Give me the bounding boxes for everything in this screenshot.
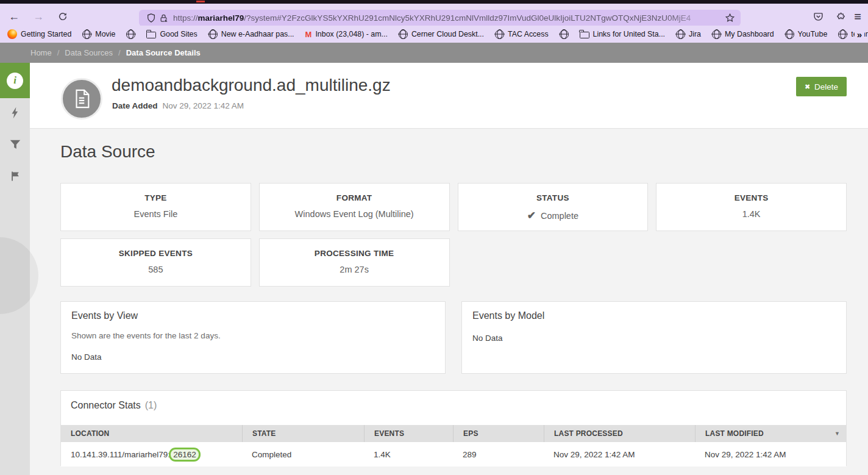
card-status: STATUS ✔ Complete <box>458 183 649 231</box>
card-label: STATUS <box>458 193 648 202</box>
page-title: demoandbackground.ad_multiline.gz <box>112 76 391 95</box>
screen: ← → https://mariarhel79/?system#Y2FzcGlk… <box>0 0 868 475</box>
card-label: FORMAT <box>260 193 449 202</box>
breadcrumb-data-sources[interactable]: Data Sources <box>65 48 113 57</box>
back-button[interactable]: ← <box>6 9 22 24</box>
no-data-text: No Data <box>71 352 102 362</box>
check-icon: ✔ <box>527 209 536 222</box>
card-processing-time: PROCESSING TIME 2m 27s <box>259 238 450 287</box>
lock-warning-icon[interactable] <box>157 12 170 24</box>
card-format: FORMAT Windows Event Log (Multiline) <box>259 183 450 231</box>
menu-hamburger-icon[interactable]: ≡ <box>850 9 865 24</box>
bookmark-my-dashboard[interactable]: My Dashboard <box>712 30 774 39</box>
reload-button[interactable] <box>55 9 71 24</box>
status-text: Complete <box>541 211 578 221</box>
card-label: SKIPPED EVENTS <box>61 249 251 258</box>
window-top-strip <box>0 0 868 4</box>
url-path: /?system#Y2FzcGlkYS5kYXRhU291cmNlcy5kYXR… <box>244 13 691 23</box>
bookmark-folder-good-sites[interactable]: Good Sites <box>146 30 197 38</box>
breadcrumb-current: Data Source Details <box>126 48 201 57</box>
collapse-panel-button[interactable]: ← <box>0 237 38 314</box>
card-value: 2m 27s <box>260 265 449 274</box>
sort-caret-icon[interactable]: ▼ <box>834 430 840 437</box>
connector-stats-count: (1) <box>145 400 157 411</box>
cell-last-processed: Nov 29, 2022 1:42 AM <box>544 450 695 459</box>
bookmark-movie[interactable]: Movie <box>82 30 115 39</box>
url-bar[interactable]: https://mariarhel79/?system#Y2FzcGlkYS5k… <box>139 10 741 26</box>
globe-icon <box>126 30 135 39</box>
table-row: 10.141.39.111/mariarhel79:26162 Complete… <box>61 442 846 466</box>
browser-toolbar: ← → https://mariarhel79/?system#Y2FzcGlk… <box>0 4 868 26</box>
cell-state: Completed <box>242 450 364 459</box>
date-added-row: Date Added Nov 29, 2022 1:42 AM <box>112 101 244 110</box>
bookmark-label: New e-Aadhaar pas... <box>221 30 294 38</box>
card-skipped-events: SKIPPED EVENTS 585 <box>60 238 251 287</box>
bookmark-label: Cerner Cloud Deskt... <box>411 30 484 38</box>
globe-icon <box>838 30 847 39</box>
pocket-icon[interactable] <box>811 9 825 24</box>
flag-icon <box>9 170 21 183</box>
card-label: EVENTS <box>656 193 846 202</box>
bookmark-inbox[interactable]: M Inbox (23,048) - am... <box>305 30 388 39</box>
sidebar-item-flag[interactable] <box>0 170 30 183</box>
breadcrumb-home[interactable]: Home <box>30 48 52 57</box>
connector-stats-title: Connector Stats (1) <box>71 400 157 411</box>
bookmark-star-icon[interactable] <box>725 13 735 23</box>
column-header-label: LAST MODIFIED <box>705 429 764 438</box>
globe-icon <box>399 30 408 39</box>
folder-icon <box>146 32 156 38</box>
connector-stats-panel: Connector Stats (1) LOCATION STATE EVENT… <box>60 390 847 466</box>
bookmark-getting-started[interactable]: Getting Started <box>7 29 71 39</box>
breadcrumb-separator: / <box>118 48 121 57</box>
stat-cards-row-2: SKIPPED EVENTS 585 PROCESSING TIME 2m 27… <box>60 238 847 287</box>
sidebar-item-filter[interactable] <box>0 138 30 151</box>
bookmark-unnamed-1[interactable] <box>126 30 135 39</box>
panel-title: Events by Model <box>472 310 544 321</box>
globe-icon <box>712 30 721 39</box>
card-value: Events File <box>61 209 251 219</box>
delete-button[interactable]: ✖ Delete <box>796 77 847 96</box>
cell-eps: 289 <box>453 450 544 459</box>
bookmarks-overflow-chevron[interactable]: » <box>855 26 864 43</box>
extensions-puzzle-icon[interactable] <box>833 9 847 24</box>
globe-icon <box>785 30 794 39</box>
column-header-location[interactable]: LOCATION <box>61 425 242 442</box>
card-label: TYPE <box>61 193 251 202</box>
sidebar-item-info-active[interactable]: i <box>0 63 30 98</box>
bookmark-label: Movie <box>95 30 115 38</box>
forward-button[interactable]: → <box>30 9 46 24</box>
column-header-eps[interactable]: EPS <box>453 425 544 442</box>
column-header-last-modified[interactable]: LAST MODIFIED ▼ <box>695 425 846 442</box>
globe-icon <box>495 30 504 39</box>
bookmark-label: Inbox (23,048) - am... <box>315 30 387 38</box>
url-scheme: https:// <box>173 13 198 23</box>
card-events: EVENTS 1.4K <box>656 183 847 231</box>
panel-title: Events by View <box>71 310 138 321</box>
column-header-state[interactable]: STATE <box>242 425 364 442</box>
url-text: https://mariarhel79/?system#Y2FzcGlkYS5k… <box>173 13 721 23</box>
card-value: ✔ Complete <box>458 209 648 222</box>
column-header-last-processed[interactable]: LAST PROCESSED <box>544 425 695 442</box>
data-source-avatar <box>61 78 102 120</box>
gmail-icon: M <box>305 30 312 39</box>
shield-icon[interactable] <box>144 12 157 24</box>
breadcrumb-separator: / <box>57 48 60 57</box>
bookmark-label: YouTube <box>798 30 828 38</box>
location-host: 10.141.39.111/mariarhel79: <box>71 450 170 459</box>
bookmark-unnamed-2[interactable] <box>560 30 569 39</box>
bookmark-youtube[interactable]: YouTube <box>785 30 828 39</box>
bookmark-aadhaar[interactable]: New e-Aadhaar pas... <box>208 30 294 39</box>
lightning-icon <box>9 106 22 120</box>
column-header-events[interactable]: EVENTS <box>364 425 453 442</box>
panel-subtitle: Shown are the events for the last 2 days… <box>71 331 221 340</box>
sidebar-item-events[interactable] <box>0 106 30 120</box>
card-value: Windows Event Log (Multiline) <box>260 209 449 219</box>
bookmark-jira[interactable]: Jira <box>676 30 701 39</box>
document-icon <box>71 88 92 110</box>
bookmark-folder-links[interactable]: Links for United Sta... <box>580 30 665 38</box>
page-header: demoandbackground.ad_multiline.gz Date A… <box>30 63 868 129</box>
bookmark-cerner[interactable]: Cerner Cloud Deskt... <box>399 30 484 39</box>
stat-cards-row-1: TYPE Events File FORMAT Windows Event Lo… <box>60 183 847 231</box>
bookmark-tac-access[interactable]: TAC Access <box>495 30 549 39</box>
highlighted-port: 26162 <box>169 448 201 462</box>
